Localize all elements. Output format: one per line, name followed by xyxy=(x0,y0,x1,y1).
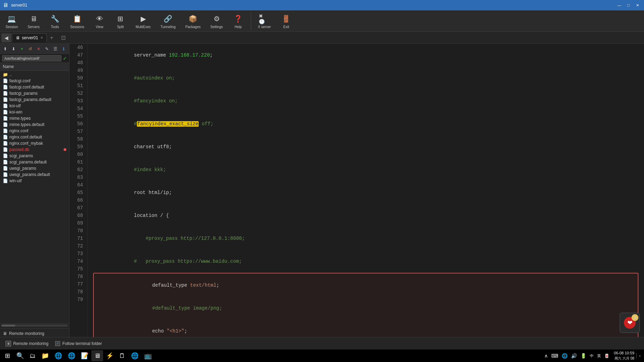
file-tree-item-dotdot[interactable]: 📁 .. xyxy=(0,71,69,78)
path-input[interactable] xyxy=(2,55,61,61)
taskbar-taskview[interactable]: 🗂 xyxy=(27,350,39,361)
file-icon: 📄 xyxy=(3,153,8,158)
code-line-56: default_type text/html; xyxy=(94,274,638,297)
tray-extra-icon[interactable]: 🀄 xyxy=(603,354,610,358)
toolbar-xserver[interactable]: ✖ 🕛 X server xyxy=(255,12,274,30)
maximize-button[interactable]: □ xyxy=(625,1,632,9)
file-tree-item-mime-types[interactable]: 📄 mime.types xyxy=(0,115,69,121)
minimize-button[interactable]: — xyxy=(616,1,623,9)
path-check-icon: ✓ xyxy=(63,56,67,61)
toolbar-exit[interactable]: 🚪 Exit xyxy=(278,12,295,30)
file-tree-item-uwsgi-params[interactable]: 📄 uwsgi_params xyxy=(0,165,69,171)
sidebar-refresh-btn[interactable]: ↺ xyxy=(26,45,34,53)
taskbar-edge[interactable]: 🌐 xyxy=(52,350,65,361)
multiexec-icon: ▶ xyxy=(138,13,149,24)
file-tree-item-nginx-conf-default[interactable]: 📄 nginx.conf.default xyxy=(0,134,69,140)
file-tree-item-fastcgi-conf[interactable]: 📄 fastcgi.conf xyxy=(0,78,69,84)
file-tree-item-uwsgi-params-default[interactable]: 📄 uwsgi_params.default xyxy=(0,171,69,178)
tray-eng-icon[interactable]: 英 xyxy=(596,353,602,359)
file-name: scgi_params.default xyxy=(9,160,47,165)
toolbar-view[interactable]: 👁 View xyxy=(91,12,108,30)
toolbar-servers[interactable]: 🖥 Servers xyxy=(25,12,42,30)
view-label: View xyxy=(96,25,104,29)
show-desktop-icon[interactable]: ▫ xyxy=(636,353,643,359)
overlay-widget[interactable]: ❤ 英 xyxy=(620,313,640,333)
view-icon: 👁 xyxy=(94,13,105,24)
taskbar-terminal[interactable]: 🖥 xyxy=(91,350,103,361)
start-button[interactable]: ⊞ xyxy=(1,350,14,361)
taskbar-search[interactable]: 🔍 xyxy=(14,350,27,361)
toolbar-tools[interactable]: 🔧 Tools xyxy=(47,12,63,30)
file-name: .. xyxy=(9,72,12,77)
taskbar-extra[interactable]: 📺 xyxy=(141,350,155,361)
sidebar-new-btn[interactable]: + xyxy=(18,45,26,53)
tab-extra-button[interactable]: ⊡ xyxy=(59,34,68,42)
tray-keyboard-icon[interactable]: ⌨ xyxy=(550,353,559,359)
file-tree-item-fastcgi-params-default[interactable]: 📄 fastcgi_params.default xyxy=(0,96,69,103)
sidebar-info-btn[interactable]: ℹ xyxy=(60,45,67,53)
remote-monitoring-button[interactable]: 🖥 Remote monitoring xyxy=(0,330,69,337)
toolbar-session[interactable]: 💻 Session xyxy=(3,12,21,30)
file-name: koi-win xyxy=(9,110,22,115)
tab-add-button[interactable]: + xyxy=(48,34,56,42)
packages-icon: 📦 xyxy=(187,13,198,24)
taskview-icon: 🗂 xyxy=(30,352,36,360)
sidebar-toolbar: ⬆ ⬇ + ↺ ✕ ✎ ☰ ℹ xyxy=(0,44,69,54)
file-tree-item-scgi-params[interactable]: 📄 scgi_params xyxy=(0,153,69,159)
file-tree-item-mime-types-default[interactable]: 📄 mime.types.default xyxy=(0,121,69,128)
tab-item-server01[interactable]: 🖥 server01 ✕ xyxy=(12,33,47,42)
remote-monitoring-bottom-button[interactable]: 🖥 Remote monitoring xyxy=(3,340,51,347)
taskbar-powershell[interactable]: ⚡ xyxy=(103,350,116,361)
file-tree-item-nginx-conf[interactable]: 📄 nginx.conf xyxy=(0,128,69,134)
code-editor[interactable]: 4647484950 5152535455 5657585960 6162636… xyxy=(69,44,644,337)
toolbar-tunneling[interactable]: 🔗 Tunneling xyxy=(158,12,179,30)
file-icon: 📄 xyxy=(3,128,8,133)
tray-battery-icon[interactable]: 🔋 xyxy=(579,353,587,359)
sidebar-properties-btn[interactable]: ☰ xyxy=(51,45,59,53)
toolbar-settings[interactable]: ⚙ Settings xyxy=(207,12,225,30)
toolbar-sessions[interactable]: 📋 Sessions xyxy=(67,12,87,30)
taskbar-ie[interactable]: 🌐 xyxy=(65,350,78,361)
file-tree-item-koi-win[interactable]: 📄 koi-win xyxy=(0,109,69,115)
file-tree-item-fastcgi-params[interactable]: 📄 fastcgi_params xyxy=(0,90,69,96)
selection-region: default_type text/html; #default_type im… xyxy=(93,273,638,337)
tab-back-button[interactable]: ◀ xyxy=(1,33,11,42)
taskbar-chrome[interactable]: 🌐 xyxy=(128,350,141,361)
sidebar-download-btn[interactable]: ⬇ xyxy=(10,45,17,53)
code-content[interactable]: 4647484950 5152535455 5657585960 6162636… xyxy=(69,44,644,337)
tray-up-icon[interactable]: ∧ xyxy=(543,353,549,359)
tray-network-icon[interactable]: 🌐 xyxy=(561,353,569,359)
file-tree-item-koi-utf[interactable]: 📄 koi-utf xyxy=(0,103,69,109)
file-tree-item-fastcgi-conf-default[interactable]: 📄 fastcgi.conf.default xyxy=(0,84,69,90)
taskbar-sticky[interactable]: 🗒 xyxy=(116,350,128,361)
clock[interactable]: 06-08 10:59 周六 六月 08 xyxy=(612,351,636,361)
file-tree-item-scgi-params-default[interactable]: 📄 scgi_params.default xyxy=(0,159,69,165)
toolbar-help[interactable]: ❓ Help xyxy=(230,12,247,30)
tray-cn-icon[interactable]: 中 xyxy=(589,353,595,359)
file-name: fastcgi.conf xyxy=(9,78,31,83)
sidebar-upload-btn[interactable]: ⬆ xyxy=(1,45,9,53)
follow-terminal-checkbox[interactable]: ✓ Follow terminal folder xyxy=(55,341,102,346)
file-tree-item-win-utf[interactable]: 📄 win-utf xyxy=(0,178,69,184)
main-layout: ⬆ ⬇ + ↺ ✕ ✎ ☰ ℹ ✓ Name 📁 .. 📄 fastcgi.c xyxy=(0,44,644,337)
tunneling-icon: 🔗 xyxy=(163,13,174,24)
taskbar-explorer[interactable]: 📁 xyxy=(39,350,52,361)
tab-close-button[interactable]: ✕ xyxy=(40,36,43,40)
file-icon: 📄 xyxy=(3,135,8,140)
sidebar-delete-btn[interactable]: ✕ xyxy=(35,45,42,53)
file-name: nginx.conf_mybak xyxy=(9,141,43,146)
file-tree-item-passwd-db[interactable]: 📄 passwd.db xyxy=(0,146,69,153)
xserver-label: X server xyxy=(258,25,271,29)
taskbar-notepad[interactable]: 📝 xyxy=(78,350,91,361)
overlay-icon: ❤ 英 xyxy=(621,314,638,331)
chrome-icon: 🌐 xyxy=(131,352,139,360)
sidebar-edit-btn[interactable]: ✎ xyxy=(43,45,51,53)
toolbar-packages[interactable]: 📦 Packages xyxy=(183,12,204,30)
hscroll-thumb[interactable] xyxy=(1,325,15,327)
toolbar-split[interactable]: ⊞ Split xyxy=(112,12,129,30)
tray-volume-icon[interactable]: 🔊 xyxy=(570,353,578,359)
file-tree-item-nginx-conf-mybak[interactable]: 📄 nginx.conf_mybak xyxy=(0,140,69,146)
toolbar-multiexec[interactable]: ▶ MultiExec xyxy=(133,12,154,30)
sidebar-hscroll[interactable] xyxy=(0,323,69,327)
close-button[interactable]: ✕ xyxy=(634,1,641,9)
